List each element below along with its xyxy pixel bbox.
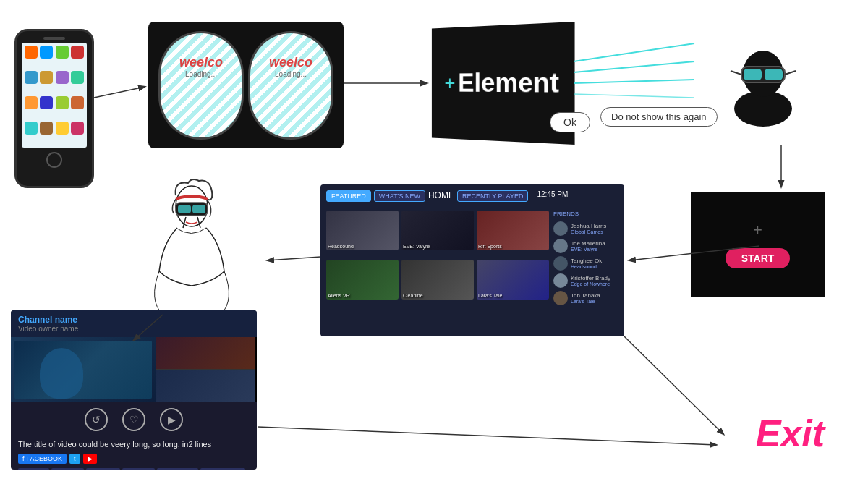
app-icon [25,122,38,135]
vr-thumb-label-2: EVE: Valyre [403,244,430,249]
tag-android[interactable]: ANDROID [86,468,120,470]
tag-howto[interactable]: HOW-TO [18,468,49,470]
svg-line-11 [624,336,723,434]
vr-thumb-6[interactable]: Lara's Tale [477,260,549,300]
vr-time: 12:45 PM [537,190,568,202]
channel-header: Channel name Video owner name [11,310,257,337]
side-video-1[interactable] [156,337,255,370]
start-button[interactable]: START [726,248,791,268]
vr-thumb-1[interactable]: Headsound [326,211,399,250]
svg-line-4 [574,80,694,83]
vr-friend-game-5: Lara's Tale [571,299,600,304]
vr-home-screen: FEATURED WHAT'S NEW HOME RECENTLY PLAYED… [320,184,624,336]
share-bar: f FACEBOOK t ▶ [11,451,257,466]
svg-line-3 [574,61,694,72]
vr-friend-avatar-5 [553,291,568,305]
iphone-illustration [14,29,94,188]
app-icon [56,71,69,84]
vr-recently-played[interactable]: RECENTLY PLAYED [457,190,529,202]
app-icon [40,96,53,109]
vr-thumb-2[interactable]: EVE: Valyre [401,211,474,250]
channel-controls: ↺ ♡ ▶ [11,402,257,437]
svg-line-0 [94,87,145,98]
app-icon [25,46,38,59]
vr-thumb-3[interactable]: Rift Sports [477,211,549,250]
app-icon [40,46,53,59]
weelco-right-lens: weelco Loading... [248,31,333,140]
vr-friend-1: Joshua Harris Global Games [553,221,618,236]
tag-window[interactable]: WINDOW [122,468,155,470]
side-video-2[interactable] [156,370,255,402]
vr-person-icon [716,22,810,130]
iphone-screen [22,43,87,148]
svg-rect-22 [178,205,191,213]
vr-friend-3: Tanghee Ok Headsound [553,256,618,271]
weelco-loading-right: Loading... [275,70,307,78]
channel-main-video[interactable] [11,337,156,402]
vr-thumb-label-3: Rift Sports [478,244,502,249]
channel-video-area [11,337,257,402]
tag-google[interactable]: GOOGLE [51,468,84,470]
channel-side-videos [156,337,255,402]
twitter-share-button[interactable]: t [69,454,80,464]
vr-thumb-4[interactable]: Aliens VR [326,260,399,300]
vr-friend-game-2: EVE: Valyre [571,247,605,252]
like-button[interactable]: ♡ [122,408,145,431]
app-icon [56,122,69,135]
vr-friend-game-4: Edge of Nowhere [571,281,610,286]
exit-label[interactable]: Exit [756,412,825,455]
weelco-logo-left: weelco [179,55,223,70]
vr-friend-name-3: Tanghee Ok [571,258,602,264]
vr-thumb-label-6: Lara's Tale [478,293,503,298]
app-icon [71,71,84,84]
facebook-share-button[interactable]: f FACEBOOK [18,454,67,464]
vr-friend-avatar-2 [553,239,568,253]
iphone-home-button [46,152,62,168]
vr-friend-5: Toh Tanaka Lara's Tale [553,291,618,305]
vr-tab-featured[interactable]: FEATURED [326,190,371,202]
facebook-icon: f [22,455,25,462]
svg-line-8 [268,257,320,260]
vr-friend-4: Kristoffer Brady Edge of Nowhere [553,273,618,288]
woman-illustration [134,170,250,315]
svg-line-10 [258,427,716,445]
element-plus-icon: + [445,72,456,95]
tag-windows8[interactable]: WINDOWS 8 [157,468,198,470]
channel-video-card: Channel name Video owner name ↺ ♡ ▶ The … [11,310,257,470]
app-icon [40,122,53,135]
vr-friends-label: FRIENDS [553,211,618,217]
vr-content-area: Headsound EVE: Valyre Rift Sports Aliens… [326,211,618,305]
play-button[interactable]: ▶ [160,408,183,431]
vr-friend-2: Joe Mallerina EVE: Valyre [553,239,618,253]
svg-line-18 [731,71,741,75]
svg-rect-17 [765,69,783,80]
vr-friends-sidebar: FRIENDS Joshua Harris Global Games Joe M… [553,211,618,305]
app-icon [25,96,38,109]
vr-friend-name-1: Joshua Harris [571,223,606,229]
vr-thumb-5[interactable]: Clearline [401,260,474,300]
app-icon [25,71,38,84]
weelco-logo-right: weelco [269,55,312,70]
element-label: Element [458,67,559,99]
tag-wordpress[interactable]: WORDPRESS [200,468,245,470]
vr-thumbnail-grid: Headsound EVE: Valyre Rift Sports Aliens… [326,211,549,305]
replay-button[interactable]: ↺ [85,408,108,431]
vr-tab-whats-new[interactable]: WHAT'S NEW [374,190,425,202]
ok-button[interactable]: Ok [550,112,590,132]
youtube-share-button[interactable]: ▶ [83,454,97,464]
svg-line-2 [574,43,694,61]
vr-tabs: FEATURED WHAT'S NEW HOME RECENTLY PLAYED… [326,190,568,202]
vr-home-header: FEATURED WHAT'S NEW HOME RECENTLY PLAYED… [326,190,618,206]
svg-line-5 [574,94,694,98]
channel-owner: Video owner name [18,325,250,333]
weelco-left-lens: weelco Loading... [158,31,244,140]
vr-home-title: HOME [428,190,454,202]
vr-friend-game-3: Headsound [571,264,602,269]
tags-bar: HOW-TO GOOGLE ANDROID WINDOW WINDOWS 8 W… [11,466,257,470]
app-icon [40,71,53,84]
vr-friend-name-4: Kristoffer Brady [571,275,610,281]
do-not-show-button[interactable]: Do not show this again [600,107,718,127]
svg-rect-16 [744,69,762,80]
app-icon [71,46,84,59]
app-icon [71,122,84,135]
